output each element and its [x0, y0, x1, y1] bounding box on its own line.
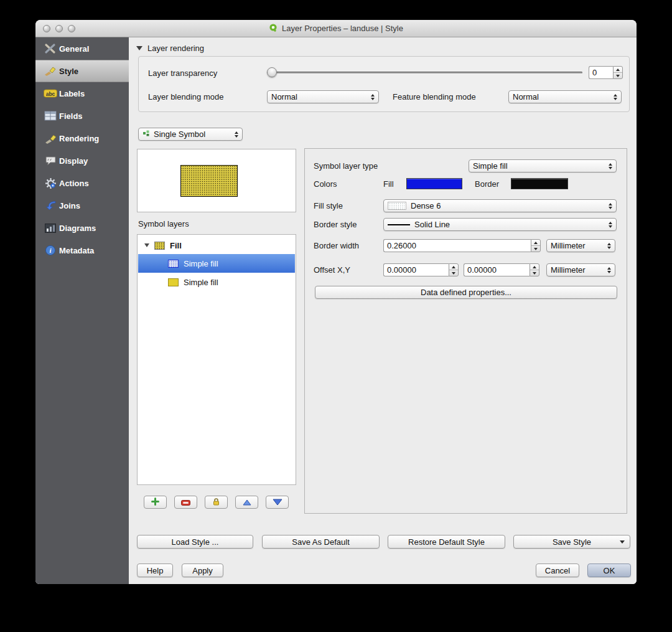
feature-blending-combo[interactable]: Normal — [508, 90, 622, 103]
tree-expand-icon[interactable] — [144, 243, 149, 247]
offset-y-spinbox[interactable]: 0.00000 — [464, 263, 539, 276]
slider-knob[interactable] — [267, 67, 277, 77]
zoom-button[interactable] — [68, 25, 75, 32]
combo-arrows-icon — [609, 94, 617, 100]
step-up-icon[interactable] — [614, 67, 622, 73]
offset-y-value[interactable]: 0.00000 — [464, 263, 530, 276]
sidebar-item-rendering[interactable]: Rendering — [35, 127, 129, 149]
offset-unit-combo[interactable]: Millimeter — [546, 263, 615, 276]
rendering-brush-icon — [42, 133, 59, 144]
symbol-layer-type-combo[interactable]: Simple fill — [469, 159, 617, 172]
style-page: Layer rendering Layer transparency 0 Lay… — [129, 37, 637, 584]
collapse-triangle-icon — [136, 46, 142, 50]
lock-icon — [212, 497, 220, 508]
combo-arrows-icon — [603, 267, 611, 273]
sidebar-item-labels[interactable]: abc Labels — [35, 82, 129, 105]
fill-color-swatch[interactable] — [406, 178, 462, 189]
tree-item-fill[interactable]: Fill — [138, 237, 295, 254]
offset-label: Offset X,Y — [314, 263, 350, 276]
border-style-combo[interactable]: Solid Line — [383, 218, 617, 231]
apply-button[interactable]: Apply — [182, 564, 223, 577]
style-brush-icon — [42, 65, 59, 77]
transparency-value[interactable]: 0 — [589, 66, 613, 79]
border-color-swatch[interactable] — [511, 178, 568, 189]
step-down-icon[interactable] — [449, 270, 458, 276]
metadata-info-icon: i — [42, 245, 59, 256]
move-layer-up-button[interactable] — [235, 496, 258, 509]
tree-item-simple-fill-1[interactable]: Simple fill — [138, 254, 295, 273]
step-down-icon[interactable] — [531, 246, 540, 252]
border-width-unit-combo[interactable]: Millimeter — [546, 239, 615, 252]
combo-arrows-icon — [604, 163, 612, 169]
transparency-slider[interactable] — [267, 67, 582, 78]
traffic-lights — [43, 25, 75, 32]
sidebar-item-fields[interactable]: Fields — [35, 105, 129, 127]
sidebar-item-style[interactable]: Style — [35, 60, 129, 82]
step-down-icon[interactable] — [614, 73, 622, 78]
sidebar: General Style abc Labels Fields Renderin… — [35, 37, 129, 584]
combo-arrows-icon — [604, 203, 612, 209]
fill-pattern-icon — [154, 242, 165, 250]
sidebar-item-actions[interactable]: Actions — [35, 172, 129, 194]
fill-style-combo[interactable]: Dense 6 — [383, 199, 617, 212]
single-symbol-icon — [142, 130, 150, 139]
save-style-button[interactable]: Save Style — [513, 535, 630, 549]
symbol-preview-swatch — [180, 165, 238, 197]
fill-color-label: Fill — [383, 177, 394, 190]
sidebar-item-display[interactable]: Display — [35, 149, 129, 172]
step-up-icon[interactable] — [531, 240, 540, 246]
minimize-button[interactable] — [55, 25, 63, 32]
layer-rendering-header[interactable]: Layer rendering — [136, 42, 204, 54]
plus-icon — [151, 497, 159, 508]
renderer-combo[interactable]: Single Symbol — [138, 128, 243, 141]
step-up-icon[interactable] — [449, 264, 458, 270]
qgis-icon — [269, 23, 278, 34]
slider-groove — [267, 72, 582, 73]
ok-button[interactable]: OK — [587, 564, 631, 577]
close-button[interactable] — [43, 25, 50, 32]
diagrams-chart-icon — [42, 224, 59, 233]
window-title: Layer Properties – landuse | Style — [269, 23, 403, 34]
transparency-label: Layer transparency — [148, 67, 217, 79]
sidebar-item-joins[interactable]: Joins — [35, 194, 129, 217]
lock-symbol-layer-button[interactable] — [205, 496, 228, 509]
border-color-label: Border — [475, 177, 499, 190]
fields-table-icon — [42, 111, 59, 121]
add-symbol-layer-button[interactable] — [144, 496, 167, 509]
offset-y-stepper[interactable] — [530, 263, 539, 276]
offset-x-stepper[interactable] — [449, 263, 459, 276]
transparency-spinbox[interactable]: 0 — [589, 66, 623, 79]
data-defined-properties-button[interactable]: Data defined properties... — [315, 286, 617, 299]
border-width-spinbox[interactable]: 0.26000 — [383, 239, 541, 252]
sidebar-item-general[interactable]: General — [35, 37, 129, 60]
sidebar-item-diagrams[interactable]: Diagrams — [35, 217, 129, 239]
titlebar[interactable]: Layer Properties – landuse | Style — [35, 20, 637, 37]
move-layer-down-button[interactable] — [266, 496, 289, 509]
sidebar-item-metadata[interactable]: i Metadata — [35, 239, 129, 262]
step-down-icon[interactable] — [530, 270, 539, 276]
symbol-layer-properties-panel: Symbol layer type Simple fill Colors Fil… — [304, 148, 627, 514]
cancel-button[interactable]: Cancel — [536, 564, 579, 577]
layer-rendering-group: Layer transparency 0 Layer blending mode… — [138, 56, 630, 112]
load-style-button[interactable]: Load Style ... — [137, 535, 253, 549]
border-style-label: Border style — [314, 218, 357, 230]
blend-mode-label: Layer blending mode — [148, 90, 223, 103]
svg-text:abc: abc — [46, 91, 55, 97]
border-width-value[interactable]: 0.26000 — [383, 239, 531, 252]
offset-x-spinbox[interactable]: 0.00000 — [383, 263, 459, 276]
layer-blending-combo[interactable]: Normal — [267, 90, 379, 103]
offset-x-value[interactable]: 0.00000 — [383, 263, 449, 276]
step-up-icon[interactable] — [530, 264, 539, 270]
border-width-label: Border width — [314, 239, 359, 252]
transparency-stepper[interactable] — [613, 66, 623, 79]
combo-arrows-icon — [604, 222, 612, 228]
save-as-default-button[interactable]: Save As Default — [262, 535, 380, 549]
colors-label: Colors — [314, 177, 337, 190]
restore-default-style-button[interactable]: Restore Default Style — [388, 535, 505, 549]
remove-symbol-layer-button[interactable] — [174, 496, 197, 509]
layer-properties-window: Layer Properties – landuse | Style Gener… — [35, 20, 637, 584]
symbol-layers-header: Symbol layers — [138, 217, 189, 230]
help-button[interactable]: Help — [137, 564, 173, 577]
border-width-stepper[interactable] — [531, 239, 541, 252]
tree-item-simple-fill-2[interactable]: Simple fill — [138, 273, 295, 291]
